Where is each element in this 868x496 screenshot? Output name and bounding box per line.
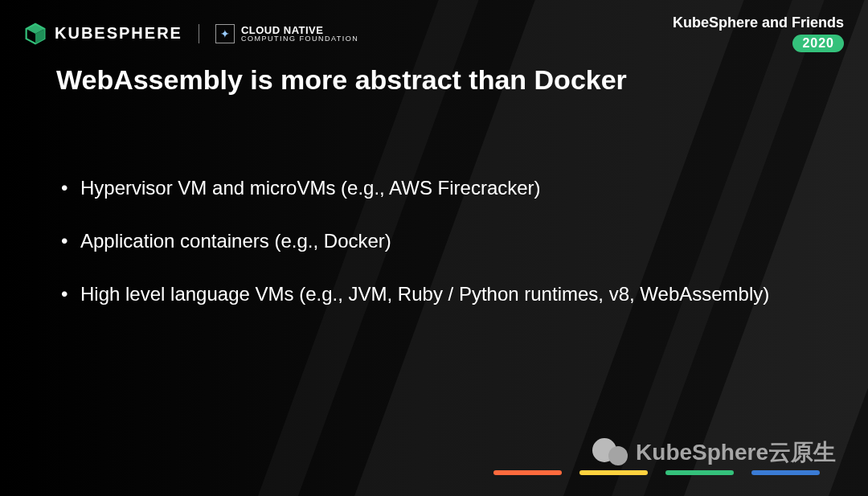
header: KUBESPHERE ✦ CLOUD NATIVE COMPUTING FOUN… <box>24 14 844 52</box>
cncf-title: CLOUD NATIVE <box>241 25 358 35</box>
cncf-icon: ✦ <box>215 24 235 43</box>
header-divider <box>199 24 199 43</box>
list-item: Hypervisor VM and microVMs (e.g., AWS Fi… <box>56 177 820 199</box>
list-item: Application containers (e.g., Docker) <box>56 230 820 252</box>
event-title: KubeSphere and Friends <box>673 14 844 31</box>
accent-bar <box>493 470 562 475</box>
list-item: High level language VMs (e.g., JVM, Ruby… <box>56 283 820 305</box>
cncf-text: CLOUD NATIVE COMPUTING FOUNDATION <box>241 25 358 43</box>
slide-title: WebAssembly is more abstract than Docker <box>56 64 627 96</box>
slide: KUBESPHERE ✦ CLOUD NATIVE COMPUTING FOUN… <box>0 0 868 496</box>
cncf-subtitle: COMPUTING FOUNDATION <box>241 35 358 43</box>
wechat-icon <box>591 433 629 472</box>
brand-label: KUBESPHERE <box>55 24 182 43</box>
watermark: KubeSphere云原生 <box>591 433 836 472</box>
cncf-logo: ✦ CLOUD NATIVE COMPUTING FOUNDATION <box>215 24 358 43</box>
kubesphere-logo-icon <box>24 23 47 45</box>
bullet-list: Hypervisor VM and microVMs (e.g., AWS Fi… <box>56 177 820 336</box>
event-year-badge: 2020 <box>792 35 844 52</box>
watermark-text: KubeSphere云原生 <box>636 437 836 468</box>
header-right: KubeSphere and Friends 2020 <box>673 14 844 52</box>
